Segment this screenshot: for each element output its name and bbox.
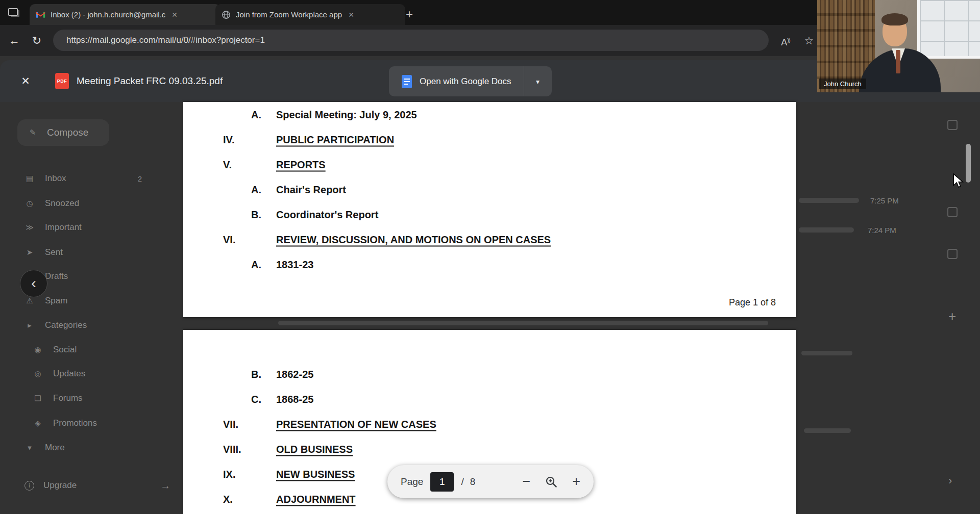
sidebar-item-categories: ▸ Categories xyxy=(24,318,142,332)
agenda-text: ADJOURNMENT xyxy=(276,493,356,505)
dimmed-email-row xyxy=(799,227,854,233)
pdf-pager-toolbar: Page 1 / 8 − + xyxy=(387,465,594,498)
agenda-marker: VI. xyxy=(223,234,235,245)
total-pages: 8 xyxy=(470,476,476,487)
read-aloud-icon[interactable]: A)) xyxy=(777,25,794,56)
agenda-marker: B. xyxy=(251,368,261,380)
back-button[interactable]: ← xyxy=(4,25,24,56)
attachment-filename: Meeting Packet FRC 09.03.25.pdf xyxy=(77,60,223,102)
inbox-icon: ▤ xyxy=(24,174,35,183)
page-label: Page xyxy=(401,476,423,487)
sidebar-item-promotions: ◈ Promotions xyxy=(33,416,142,430)
agenda-line: VIII.OLD BUSINESS xyxy=(183,436,796,461)
agenda-marker: B. xyxy=(251,209,261,220)
agenda-line: IV.PUBLIC PARTICIPATION xyxy=(183,127,796,152)
gmail-icon xyxy=(36,11,45,18)
sidebar-item-forums: ❏ Forums xyxy=(33,391,142,405)
agenda-text: 1868-25 xyxy=(276,393,313,405)
agenda-line: VII.PRESENTATION OF NEW CASES xyxy=(183,412,796,436)
open-with-google-docs-button[interactable]: Open with Google Docs xyxy=(389,66,524,96)
participant-hair xyxy=(881,13,908,25)
agenda-marker: C. xyxy=(251,393,261,405)
agenda-line: V.REPORTS xyxy=(183,152,796,177)
dimmed-email-row xyxy=(801,351,852,355)
close-icon[interactable]: ✕ xyxy=(170,11,179,19)
sidebar-item-snoozed: ◷ Snoozed xyxy=(24,196,142,211)
send-icon: ➤ xyxy=(24,248,35,257)
sidebar-label: More xyxy=(45,443,65,453)
spam-warning-icon: ⚠ xyxy=(24,296,35,305)
compose-button: ✎ Compose xyxy=(17,119,109,146)
tab-title: Inbox (2) - john.h.church@gmail.c xyxy=(51,10,165,19)
pdf-scrollbar-thumb[interactable] xyxy=(966,144,971,183)
agenda-text: OLD BUSINESS xyxy=(276,443,353,455)
agenda-text: Coordinator's Report xyxy=(276,209,378,220)
page-number-input[interactable]: 1 xyxy=(430,472,454,492)
page-number-footer: Page 1 of 8 xyxy=(729,297,776,308)
participant-tie xyxy=(896,50,900,73)
info-icon: i xyxy=(24,481,34,491)
agenda-text: Chair's Report xyxy=(276,184,346,195)
close-icon[interactable]: ✕ xyxy=(347,11,355,19)
sidebar-item-sent: ➤ Sent xyxy=(24,245,142,260)
calendar-icon xyxy=(947,120,958,130)
address-bar[interactable]: https://mail.google.com/mail/u/0/#inbox?… xyxy=(53,30,769,51)
arrow-right-icon: → xyxy=(160,480,170,492)
agenda-marker: A. xyxy=(251,259,261,270)
agenda-text: 1831-23 xyxy=(276,259,313,270)
sidebar-item-spam: ⚠ Spam xyxy=(24,294,142,308)
open-with-dropdown-button[interactable]: ▾ xyxy=(524,66,552,96)
chevron-down-icon: ▾ xyxy=(24,443,35,452)
sidebar-label: Sent xyxy=(45,247,63,258)
agenda-text: PUBLIC PARTICIPATION xyxy=(276,134,394,145)
agenda-text: Special Meeting: July 9, 2025 xyxy=(276,109,417,120)
agenda-marker: VII. xyxy=(223,418,238,430)
caret-folder-icon: ▸ xyxy=(24,321,35,330)
agenda-line: B.Coordinator's Report xyxy=(183,202,796,227)
participant-name-label: John Church xyxy=(819,79,866,89)
plus-addons-icon: + xyxy=(948,309,956,324)
close-viewer-button[interactable]: ✕ xyxy=(17,73,34,89)
zoom-in-button[interactable]: + xyxy=(572,475,580,489)
chevron-right-icon: › xyxy=(948,474,952,487)
agenda-marker: A. xyxy=(251,109,261,120)
agenda-line: A.Special Meeting: July 9, 2025 xyxy=(183,102,796,127)
important-marker-icon: ≫ xyxy=(24,223,35,232)
refresh-button[interactable]: ↻ xyxy=(27,25,47,56)
chat-icon: ❏ xyxy=(33,394,43,403)
email-timestamp: 7:24 PM xyxy=(868,226,896,235)
pencil-icon: ✎ xyxy=(28,128,38,137)
dimmed-email-row xyxy=(278,321,768,325)
agenda-line: B.1862-25 xyxy=(183,362,796,387)
webcam-overlay[interactable]: John Church xyxy=(817,0,980,92)
sidebar-label: Forums xyxy=(53,393,83,403)
agenda-marker: VIII. xyxy=(223,443,241,455)
google-docs-icon xyxy=(401,74,412,89)
globe-icon xyxy=(222,10,231,19)
tab-gmail[interactable]: Inbox (2) - john.h.church@gmail.c ✕ xyxy=(30,4,220,25)
sidebar-label: Spam xyxy=(45,296,67,306)
zoom-magnifier-icon[interactable] xyxy=(545,475,558,489)
tab-zoom[interactable]: Join from Zoom Workplace app ✕ xyxy=(215,4,405,25)
open-with-label: Open with Google Docs xyxy=(420,76,511,87)
zoom-out-button[interactable]: − xyxy=(522,475,530,489)
screen: ✎ Compose ▤ Inbox 2 ◷ Snoozed ≫ Importan… xyxy=(0,0,980,514)
agenda-line: C.1868-25 xyxy=(183,387,796,412)
tasks-icon xyxy=(947,249,958,259)
upgrade-label: Upgrade xyxy=(43,480,77,491)
new-tab-button[interactable]: + xyxy=(406,5,413,23)
favorite-star-icon[interactable]: ☆ xyxy=(800,25,818,56)
sidebar-item-inbox: ▤ Inbox 2 xyxy=(24,171,142,186)
sidebar-label: Promotions xyxy=(53,418,97,428)
agenda-text: 1862-25 xyxy=(276,368,313,380)
agenda-text: REVIEW, DISCUSSION, AND MOTIONS ON OPEN … xyxy=(276,234,551,245)
tag-icon: ◈ xyxy=(33,419,43,428)
collapse-panel-button[interactable]: ‹ xyxy=(20,270,47,297)
agenda-marker: IX. xyxy=(223,468,235,480)
upgrade-link: i Upgrade → xyxy=(24,478,170,493)
tab-overview-icon[interactable] xyxy=(8,8,18,16)
agenda-marker: X. xyxy=(223,493,233,505)
tab-title: Join from Zoom Workplace app xyxy=(236,10,342,19)
sidebar-item-important: ≫ Important xyxy=(24,220,142,235)
dimmed-email-row xyxy=(799,198,859,203)
